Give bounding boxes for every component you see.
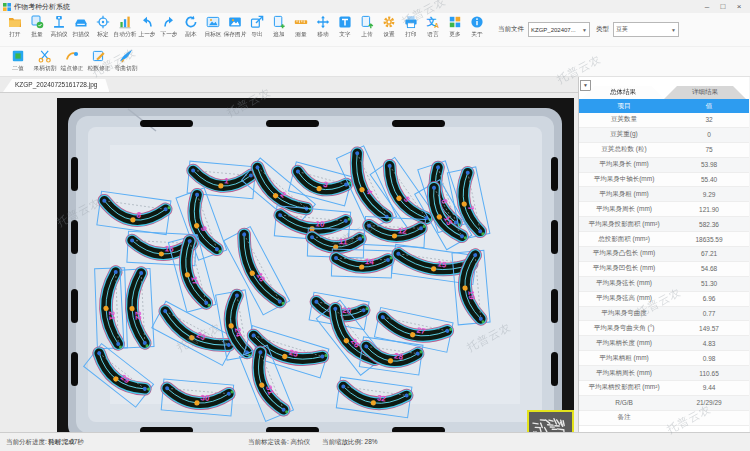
- move-button[interactable]: 移动: [312, 15, 334, 39]
- append-button[interactable]: 追加: [268, 15, 290, 39]
- toolbar-button-label: 设置: [383, 30, 394, 39]
- table-row[interactable]: 平均果身粗 (mm)9.29: [579, 187, 749, 202]
- table-row[interactable]: 平均果身弯曲度0.77: [579, 306, 749, 321]
- column-header-item: 项目: [579, 99, 669, 113]
- table-row[interactable]: 平均果身投影面积 (mm²)582.36: [579, 217, 749, 232]
- table-row[interactable]: 平均果身凹包长 (mm)54.68: [579, 261, 749, 276]
- table-row[interactable]: 平均果身弦高 (mm)6.96: [579, 291, 749, 306]
- result-item-value: 0: [669, 127, 749, 142]
- table-row[interactable]: 平均果柄长度 (mm)4.83: [579, 336, 749, 351]
- redo-arrow-icon: [162, 15, 176, 29]
- minimize-button[interactable]: –: [699, 0, 715, 13]
- result-item-value: 6.96: [669, 291, 749, 306]
- result-item-value: 110.65: [669, 366, 749, 381]
- table-row[interactable]: 平均果身中轴长(mm)55.40: [579, 172, 749, 187]
- open-button[interactable]: 打开: [4, 15, 26, 39]
- document-tab[interactable]: KZGP_20240725161728.jpg: [3, 79, 109, 92]
- table-row[interactable]: 豆荚总粒数 (粒)75: [579, 142, 749, 157]
- result-item-value: 582.36: [669, 217, 749, 232]
- result-item-label: 豆荚重(g): [579, 127, 669, 142]
- language-button[interactable]: 文A语言: [422, 15, 444, 39]
- status-item: 当前缩放比例: 28%: [322, 438, 378, 447]
- result-item-value: 9.29: [669, 187, 749, 202]
- count-fix-button[interactable]: 粒数修正: [85, 49, 112, 73]
- table-row[interactable]: 总投影面积 (mm²)18635.59: [579, 232, 749, 247]
- picture-icon: [228, 15, 242, 29]
- current-file-dropdown[interactable]: KZGP_202407...▼: [528, 22, 590, 37]
- grid-squares-icon: [448, 15, 462, 29]
- app-window: 作物考种分析系统 – □ × 打开批量高拍仪扫描仪标定自动分析上一步下一步副本目…: [0, 0, 750, 451]
- table-row[interactable]: 平均果身周长 (mm)121.90: [579, 202, 749, 217]
- result-item-label: 平均果柄粗 (mm): [579, 351, 669, 366]
- type-dropdown[interactable]: 豆荚▼: [613, 22, 679, 37]
- result-item-value: 75: [669, 142, 749, 157]
- duplicate-button[interactable]: 副本: [180, 15, 202, 39]
- results-header-row: 项目 值: [579, 99, 749, 113]
- redo-button[interactable]: 下一步: [158, 15, 180, 39]
- move-arrows-icon: [316, 15, 330, 29]
- table-row[interactable]: 平均果柄周长 (mm)110.65: [579, 366, 749, 381]
- undo-button[interactable]: 上一步: [136, 15, 158, 39]
- svg-text:12: 12: [398, 226, 408, 235]
- about-button[interactable]: 关于: [466, 15, 488, 39]
- doc-camera-button[interactable]: 高拍仪: [48, 15, 70, 39]
- main-area: KZGP_20240725161728.jpg 1234567891011121…: [0, 77, 750, 451]
- result-item-label: 平均果身长 (mm): [579, 157, 669, 172]
- save-image-button[interactable]: 保存图片: [224, 15, 246, 39]
- table-row[interactable]: 平均果身弦长 (mm)51.30: [579, 276, 749, 291]
- svg-text:10: 10: [315, 219, 325, 229]
- panel-collapse-button[interactable]: ▼: [580, 80, 591, 91]
- result-item-label: 总投影面积 (mm²): [579, 232, 669, 247]
- auto-analyze-button[interactable]: 自动分析: [114, 15, 136, 39]
- toolbar-button-label: 批量: [31, 30, 42, 39]
- column-header-value: 值: [669, 99, 749, 113]
- results-table: 项目 值 豆荚数量32豆荚重(g)0豆荚总粒数 (粒)75平均果身长 (mm)5…: [579, 99, 749, 426]
- table-row[interactable]: 豆荚重(g)0: [579, 127, 749, 142]
- scanner-button[interactable]: 扫描仪: [70, 15, 92, 39]
- bend-cut-button[interactable]: 弯曲切割: [112, 49, 139, 73]
- table-row[interactable]: 备注: [579, 410, 749, 425]
- table-row[interactable]: R/G/B21/29/29: [579, 395, 749, 410]
- target-area-button[interactable]: 目标区: [202, 15, 224, 39]
- result-item-value: 32: [669, 113, 749, 127]
- table-row[interactable]: 平均果柄粗 (mm)0.98: [579, 351, 749, 366]
- print-button[interactable]: 打印: [400, 15, 422, 39]
- svg-text:11: 11: [339, 237, 348, 246]
- results-tab-overall[interactable]: 总体结果: [582, 86, 664, 99]
- more-button[interactable]: 更多: [444, 15, 466, 39]
- current-file-label: 当前文件: [498, 25, 524, 34]
- toolbar-button-label: 文字: [339, 30, 350, 39]
- result-item-label: 平均果身凸包长 (mm): [579, 247, 669, 262]
- table-row[interactable]: 平均果身凸包长 (mm)67.21: [579, 247, 749, 262]
- close-button[interactable]: ×: [731, 0, 747, 13]
- result-item-value: 4.83: [669, 336, 749, 351]
- toolbar-button-label: 高拍仪: [50, 30, 67, 39]
- measure-button[interactable]: 测量: [290, 15, 312, 39]
- chevron-down-icon: ▼: [671, 27, 676, 33]
- endpoint-fix-button[interactable]: 端点修正: [58, 49, 85, 73]
- calibrate-button[interactable]: 标定: [92, 15, 114, 39]
- image-canvas[interactable]: 1234567891011121314151617181920212223242…: [0, 93, 578, 451]
- text-button[interactable]: 文字: [334, 15, 356, 39]
- binarize-button[interactable]: 二值: [4, 49, 31, 73]
- results-panel: ▼ 总体结果详细结果 项目 值 豆荚数量32豆荚重(g)0豆荚总粒数 (粒)75…: [578, 77, 749, 451]
- export-button[interactable]: 导出: [246, 15, 268, 39]
- settings-button[interactable]: 设置: [378, 15, 400, 39]
- toolbar-button-label: 下一步: [160, 30, 177, 39]
- upload-button[interactable]: 上传: [356, 15, 378, 39]
- table-row[interactable]: 平均果身弯曲夹角 (°)149.57: [579, 321, 749, 336]
- table-row[interactable]: 平均果柄投影面积 (mm²)9.44: [579, 381, 749, 396]
- stem-cut-button[interactable]: 果柄切割: [31, 49, 58, 73]
- batch-button[interactable]: 批量: [26, 15, 48, 39]
- table-row[interactable]: 豆荚数量32: [579, 113, 749, 127]
- results-tab-detail[interactable]: 详细结果: [664, 86, 746, 99]
- maximize-button[interactable]: □: [715, 0, 731, 13]
- result-item-label: 平均果身弯曲夹角 (°): [579, 321, 669, 336]
- target-area-icon: [206, 15, 220, 29]
- result-item-value: 51.30: [669, 276, 749, 291]
- svg-text:15: 15: [437, 259, 448, 269]
- image-column: KZGP_20240725161728.jpg 1234567891011121…: [0, 77, 578, 451]
- info-icon: [470, 15, 484, 29]
- table-row[interactable]: 平均果身长 (mm)53.98: [579, 157, 749, 172]
- result-item-value: 9.44: [669, 381, 749, 396]
